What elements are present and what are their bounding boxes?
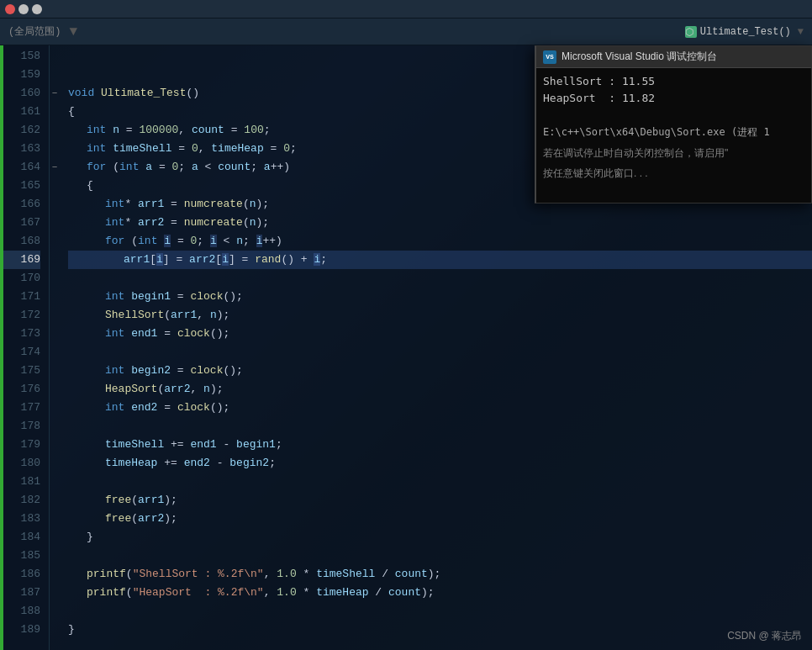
window-controls — [0, 4, 47, 14]
code-line-167: int* arr2 = numcreate(n); — [68, 214, 812, 232]
fold-186 — [50, 565, 60, 584]
line-num-169: 169 — [3, 251, 40, 269]
line-num-168: 168 — [3, 232, 40, 251]
fold-167 — [50, 214, 60, 232]
fold-159 — [50, 66, 60, 84]
line-num-160: 160 — [3, 84, 40, 103]
console-line-2: HeapSort : 11.82 — [543, 90, 804, 107]
fold-188 — [50, 602, 60, 621]
maximize-button[interactable] — [32, 4, 42, 14]
code-line-185 — [68, 547, 812, 565]
fold-175 — [50, 362, 60, 380]
line-num-175: 175 — [3, 362, 40, 380]
vs-icon: VS — [543, 50, 556, 64]
line-num-188: 188 — [3, 602, 40, 621]
line-num-181: 181 — [3, 473, 40, 491]
line-num-184: 184 — [3, 528, 40, 547]
vs-icon-text: VS — [546, 53, 554, 61]
minimize-button[interactable] — [18, 4, 29, 14]
fold-169 — [50, 251, 60, 269]
line-num-189: 189 — [3, 621, 40, 639]
fold-181 — [50, 473, 60, 491]
code-line-175: int begin2 = clock(); — [68, 362, 812, 380]
fold-166 — [50, 195, 60, 214]
code-line-181 — [68, 473, 812, 491]
line-num-183: 183 — [3, 510, 40, 528]
line-num-165: 165 — [3, 177, 40, 195]
fold-187 — [50, 584, 60, 602]
editor-toolbar: (全局范围) ▼ ⬡ Ultimate_Test() ▼ — [0, 18, 812, 45]
code-line-186: printf("ShellSort : %.2f\n", 1.0 * timeS… — [68, 565, 812, 584]
csdn-watermark: CSDN @ 蒋志昂 — [727, 629, 802, 643]
func-dropdown-arrow: ▼ — [798, 26, 804, 38]
code-line-168: for (int i = 0; i < n; i++) — [68, 232, 812, 251]
fold-182 — [50, 491, 60, 510]
console-note-2: 按任意键关闭此窗口. . . — [543, 166, 804, 181]
line-num-164: 164 — [3, 158, 40, 177]
fold-177 — [50, 399, 60, 417]
fold-174 — [50, 343, 60, 362]
fold-183 — [50, 510, 60, 528]
code-editor: (全局范围) ▼ ⬡ Ultimate_Test() ▼ 158 159 160… — [0, 18, 812, 650]
code-line-176: HeapSort(arr2, n); — [68, 380, 812, 399]
line-num-166: 166 — [3, 195, 40, 214]
fold-170 — [50, 269, 60, 288]
fold-158 — [50, 47, 60, 66]
line-num-159: 159 — [3, 66, 40, 84]
line-numbers-gutter: 158 159 160 161 162 163 164 165 166 167 … — [3, 45, 50, 650]
fold-180 — [50, 454, 60, 473]
code-line-172: ShellSort(arr1, n); — [68, 306, 812, 325]
line-num-186: 186 — [3, 565, 40, 584]
line-num-185: 185 — [3, 547, 40, 565]
line-num-174: 174 — [3, 343, 40, 362]
console-line-1: ShellSort : 11.55 — [543, 73, 804, 90]
fold-178 — [50, 417, 60, 436]
code-line-174 — [68, 343, 812, 362]
line-num-167: 167 — [3, 214, 40, 232]
close-button[interactable] — [5, 4, 15, 14]
code-line-170 — [68, 269, 812, 288]
line-num-170: 170 — [3, 269, 40, 288]
line-num-178: 178 — [3, 417, 40, 436]
fold-160[interactable]: − — [50, 84, 60, 103]
console-titlebar: VS Microsoft Visual Studio 调试控制台 — [536, 46, 811, 68]
code-line-188 — [68, 602, 812, 621]
function-dropdown[interactable]: ⬡ Ultimate_Test() ▼ — [685, 26, 804, 38]
line-num-176: 176 — [3, 380, 40, 399]
debug-console-window: VS Microsoft Visual Studio 调试控制台 ShellSo… — [535, 45, 812, 203]
fold-171 — [50, 288, 60, 306]
code-line-179: timeShell += end1 - begin1; — [68, 436, 812, 454]
fold-161 — [50, 103, 60, 121]
code-line-189: } — [68, 621, 812, 639]
fold-165 — [50, 177, 60, 195]
function-icon: ⬡ — [685, 26, 697, 38]
fold-163 — [50, 140, 60, 158]
line-num-161: 161 — [3, 103, 40, 121]
console-title: Microsoft Visual Studio 调试控制台 — [562, 50, 717, 64]
line-num-171: 171 — [3, 288, 40, 306]
code-line-178 — [68, 417, 812, 436]
code-line-173: int end1 = clock(); — [68, 325, 812, 343]
fold-184 — [50, 528, 60, 547]
console-line-4: E:\c++\Sort\x64\Debug\Sort.exe (进程 1 — [543, 124, 804, 140]
fold-173 — [50, 325, 60, 343]
console-line-3 — [543, 107, 804, 124]
fold-indicators: − − — [50, 45, 60, 650]
fold-162 — [50, 121, 60, 140]
code-line-184: } — [68, 528, 812, 547]
code-line-180: timeHeap += end2 - begin2; — [68, 454, 812, 473]
fold-168 — [50, 232, 60, 251]
line-num-163: 163 — [3, 140, 40, 158]
scope-dropdown[interactable]: (全局范围) — [8, 24, 61, 39]
fold-179 — [50, 436, 60, 454]
code-line-183: free(arr2); — [68, 510, 812, 528]
function-label: Ultimate_Test() — [700, 26, 791, 38]
line-num-180: 180 — [3, 454, 40, 473]
code-line-182: free(arr1); — [68, 491, 812, 510]
line-num-162: 162 — [3, 121, 40, 140]
fold-189 — [50, 621, 60, 639]
fold-164[interactable]: − — [50, 158, 60, 177]
console-note-1: 若在调试停止时自动关闭控制台，请启用" — [543, 145, 804, 161]
line-num-177: 177 — [3, 399, 40, 417]
code-line-187: printf("HeapSort : %.2f\n", 1.0 * timeHe… — [68, 584, 812, 602]
